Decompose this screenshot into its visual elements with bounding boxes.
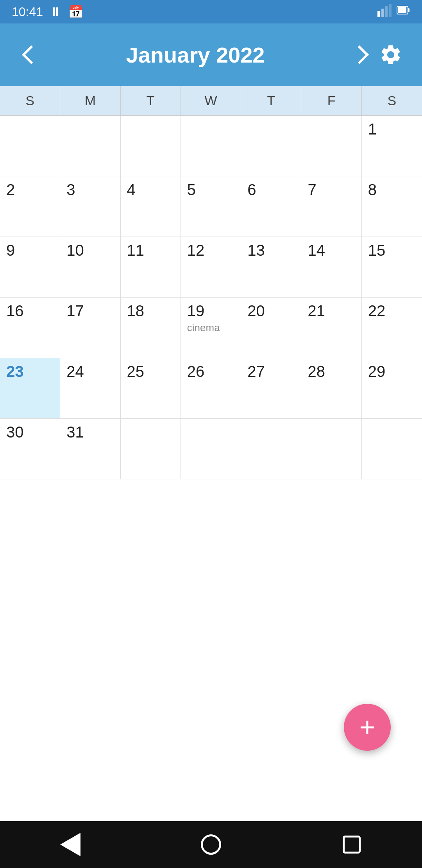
day-number: 8 xyxy=(368,182,416,197)
prev-month-button[interactable] xyxy=(16,44,47,65)
weekday-header-T: T xyxy=(241,86,301,115)
calendar-cell[interactable]: 20 xyxy=(241,298,301,358)
calendar-cell[interactable]: 3 xyxy=(60,176,120,237)
calendar-cell xyxy=(241,116,301,176)
day-number: 31 xyxy=(66,424,114,440)
calendar-cell[interactable]: 21 xyxy=(301,298,361,358)
calendar-cell[interactable]: 23 xyxy=(0,358,60,419)
calendar-cell xyxy=(121,116,181,176)
calendar-cell[interactable]: 19cinema xyxy=(181,298,241,358)
weekday-header-T: T xyxy=(121,86,181,115)
recents-button[interactable] xyxy=(336,829,367,860)
calendar-cell[interactable]: 10 xyxy=(60,237,120,298)
svg-rect-1 xyxy=(381,9,384,17)
next-chevron-icon xyxy=(350,45,369,64)
calendar-cell[interactable]: 25 xyxy=(121,358,181,419)
weekday-header-W: W xyxy=(181,86,241,115)
calendar-cell[interactable]: 24 xyxy=(60,358,120,419)
svg-rect-5 xyxy=(408,8,409,12)
day-number: 18 xyxy=(127,303,174,319)
calendar-cell[interactable]: 29 xyxy=(362,358,422,419)
calendar-cell[interactable]: 15 xyxy=(362,237,422,298)
calendar-cell[interactable]: 8 xyxy=(362,176,422,237)
calendar-cell[interactable]: 2 xyxy=(0,176,60,237)
day-number: 16 xyxy=(6,303,54,319)
day-number: 12 xyxy=(187,242,234,258)
back-button[interactable] xyxy=(55,829,86,860)
day-number: 25 xyxy=(127,364,174,379)
weekday-headers: SMTWTFS xyxy=(0,86,422,116)
calendar-cell[interactable]: 12 xyxy=(181,237,241,298)
status-time: 10:41 xyxy=(12,5,43,19)
gear-icon xyxy=(379,43,402,66)
signal-icon xyxy=(377,3,392,20)
status-icon-media: ⏸ xyxy=(49,5,62,19)
calendar-cell[interactable]: 16 xyxy=(0,298,60,358)
battery-icon xyxy=(396,3,410,20)
svg-rect-2 xyxy=(385,6,388,17)
status-icon-calendar: 📅 xyxy=(68,4,84,19)
home-button[interactable] xyxy=(195,829,227,860)
day-number: 10 xyxy=(66,242,114,258)
day-number: 3 xyxy=(66,182,114,197)
home-icon xyxy=(201,834,221,855)
day-number: 7 xyxy=(308,182,355,197)
status-bar: 10:41 ⏸ 📅 xyxy=(0,0,422,23)
svg-rect-6 xyxy=(398,7,406,13)
day-number: 9 xyxy=(6,242,54,258)
calendar-cell[interactable]: 13 xyxy=(241,237,301,298)
svg-rect-0 xyxy=(377,11,380,17)
day-number: 30 xyxy=(6,424,54,440)
calendar-cell[interactable]: 9 xyxy=(0,237,60,298)
weekday-header-F: F xyxy=(301,86,361,115)
day-number: 19 xyxy=(187,303,234,319)
calendar-cell[interactable]: 28 xyxy=(301,358,361,419)
day-number: 27 xyxy=(247,364,295,379)
calendar-cell[interactable]: 11 xyxy=(121,237,181,298)
day-number: 5 xyxy=(187,182,234,197)
calendar-cell[interactable]: 14 xyxy=(301,237,361,298)
calendar-cell xyxy=(60,116,120,176)
day-number: 21 xyxy=(308,303,355,319)
prev-chevron-icon xyxy=(22,45,41,64)
calendar-cell[interactable]: 4 xyxy=(121,176,181,237)
day-number: 22 xyxy=(368,303,416,319)
month-year-title: January 2022 xyxy=(47,42,344,68)
day-number: 15 xyxy=(368,242,416,258)
calendar-grid: 12345678910111213141516171819cinema20212… xyxy=(0,116,422,479)
calendar-cell[interactable]: 26 xyxy=(181,358,241,419)
svg-rect-3 xyxy=(389,4,392,17)
calendar-cell xyxy=(301,116,361,176)
calendar-cell xyxy=(0,116,60,176)
status-left: 10:41 ⏸ 📅 xyxy=(12,4,84,19)
day-number: 23 xyxy=(6,364,54,379)
day-number: 26 xyxy=(187,364,234,379)
calendar-cell xyxy=(241,419,301,479)
day-number: 28 xyxy=(308,364,355,379)
weekday-header-S: S xyxy=(362,86,422,115)
day-number: 6 xyxy=(247,182,295,197)
plus-icon: + xyxy=(359,714,376,741)
calendar-header: January 2022 xyxy=(0,23,422,86)
day-number: 11 xyxy=(127,242,174,258)
calendar-cell[interactable]: 18 xyxy=(121,298,181,358)
day-number: 1 xyxy=(368,121,416,137)
calendar-cell[interactable]: 5 xyxy=(181,176,241,237)
add-event-fab[interactable]: + xyxy=(344,704,391,751)
bottom-area: + xyxy=(0,479,422,821)
back-icon xyxy=(60,833,80,856)
calendar-cell[interactable]: 22 xyxy=(362,298,422,358)
calendar-cell[interactable]: 6 xyxy=(241,176,301,237)
nav-bar xyxy=(0,821,422,868)
calendar-cell[interactable]: 30 xyxy=(0,419,60,479)
next-month-button[interactable] xyxy=(344,44,375,65)
weekday-header-S: S xyxy=(0,86,60,115)
calendar-cell[interactable]: 1 xyxy=(362,116,422,176)
calendar-cell[interactable]: 17 xyxy=(60,298,120,358)
settings-button[interactable] xyxy=(375,39,406,70)
calendar-cell[interactable]: 27 xyxy=(241,358,301,419)
calendar-cell[interactable]: 7 xyxy=(301,176,361,237)
day-number: 24 xyxy=(66,364,114,379)
calendar-event[interactable]: cinema xyxy=(187,322,234,334)
calendar-cell[interactable]: 31 xyxy=(60,419,120,479)
